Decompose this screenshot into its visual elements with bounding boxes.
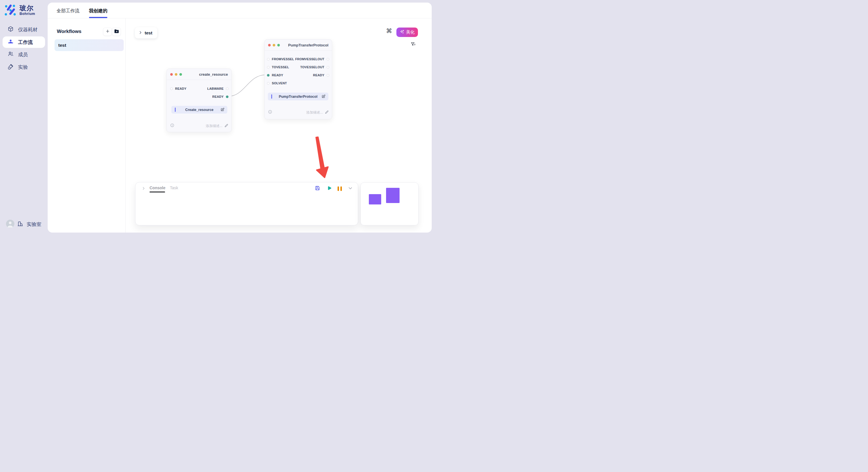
console-tab-underline [150,192,165,193]
sidebar-item-label: 成员 [18,51,28,58]
port-label: FROMVESSEL [272,57,294,61]
sidebar-item-members[interactable]: 成员 [3,49,45,60]
description-placeholder[interactable]: 添加描述... [206,124,222,129]
edge-ready-connection [228,75,266,96]
workflow-list-item-test[interactable]: test [55,39,124,51]
port-in-tovessel[interactable]: TOVESSEL [267,65,289,69]
port-circle[interactable] [267,66,270,69]
building-icon [17,221,23,228]
play-icon[interactable] [326,185,332,192]
beautify-button[interactable]: 美化 [396,28,418,37]
sidebar-item-label: 仪器耗材 [18,26,38,33]
node-title: PumpTransferProtocol [288,43,329,47]
port-circle[interactable] [267,58,270,61]
port-label: READY [272,73,283,77]
node-create-resource[interactable]: create_resource READY LABWARE READY Crea… [166,69,231,132]
port-circle-connected[interactable] [226,96,228,98]
port-out-tovesselout[interactable]: TOVESSELOUT [300,65,329,69]
bohrium-logo-icon [4,4,17,18]
port-circle-connected[interactable] [267,74,270,76]
edit-icon[interactable] [220,107,224,113]
node-footer: 添加描述... [268,110,329,115]
port-circle[interactable] [327,74,329,76]
workflow-canvas[interactable]: test ⌘ 美化 [125,18,432,233]
edit-icon[interactable] [321,94,326,100]
port-out-ready[interactable]: READY [212,95,228,98]
tab-task[interactable]: Task [170,186,178,190]
red-annotation-arrow [316,137,328,177]
workspace-label[interactable]: 实验室 [27,221,41,228]
workflow-name: test [58,43,66,48]
command-icon[interactable]: ⌘ [386,28,392,34]
dot-red-icon [170,73,173,76]
dot-yellow-icon [175,73,177,76]
node-action-button[interactable]: Create_resource [172,106,227,113]
plus-icon [105,29,110,35]
port-in-fromvessel[interactable]: FROMVESSEL [267,57,294,61]
node-pump-transfer-protocol[interactable]: PumpTransferProtocol FROMVESSEL TOVESSEL… [265,39,332,119]
workflow-tabbar: 全部工作流 我创建的 [48,3,432,19]
tab-all-workflows[interactable]: 全部工作流 [57,8,80,14]
avatar[interactable] [6,220,14,229]
minimap-node-create-resource [369,194,381,204]
main-content: 全部工作流 我创建的 Workflows [48,3,432,233]
beautify-label: 美化 [406,30,415,35]
action-label: Create_resource [185,108,214,112]
node-action-button[interactable]: PumpTransferProtocol [268,93,329,100]
port-out-fromvesselout[interactable]: FROMVESSELOUT [295,57,329,61]
chevron-down-icon[interactable] [348,186,353,192]
sidebar-item-instruments[interactable]: 仪器耗材 [3,24,45,35]
node-footer: 添加描述... [170,124,228,128]
brand-logo: 玻尔 Bohrium [4,4,35,18]
filter-icon[interactable] [410,42,415,48]
package-icon [7,26,14,33]
dot-green-icon [179,73,182,76]
port-circle[interactable] [327,66,329,69]
breadcrumb-label: test [145,30,152,35]
tab-console[interactable]: Console [150,186,165,190]
port-label: READY [212,95,224,98]
port-in-ready[interactable]: READY [170,87,187,90]
chevron-right-icon [138,30,143,36]
folder-download-icon [114,28,119,35]
console-panel: Console Task [135,182,358,225]
tab-my-created[interactable]: 我创建的 [89,8,107,14]
save-icon[interactable] [315,185,320,192]
info-icon[interactable] [268,110,272,115]
pencil-icon[interactable] [224,123,228,129]
minimap-node-pump-transfer [386,188,400,203]
description-placeholder[interactable]: 添加描述... [306,110,323,115]
breadcrumb[interactable]: test [135,27,157,38]
port-label: TOVESSEL [272,65,289,69]
dot-green-icon [277,44,280,46]
port-circle[interactable] [327,58,329,61]
minimap[interactable] [361,182,418,225]
chevron-right-icon[interactable] [141,186,146,192]
port-out-labware[interactable]: LABWARE [207,87,228,90]
dot-yellow-icon [273,44,275,46]
sidebar-item-label: 工作流 [18,39,33,45]
port-circle[interactable] [170,88,173,90]
add-workflow-button[interactable] [103,28,112,36]
workflows-panel: Workflows [48,18,126,233]
action-accent-bar [175,107,176,112]
port-in-solvent[interactable]: SOLVENT [267,81,287,85]
sparkles-icon [400,30,404,35]
pencil-icon[interactable] [325,110,329,115]
node-title: create_resource [199,72,228,76]
panel-title: Workflows [57,29,82,34]
sidebar-item-workflow[interactable]: 工作流 [3,36,45,48]
port-in-ready[interactable]: READY [267,73,283,77]
sidebar-item-experiments[interactable]: 实验 [3,61,45,73]
console-actions [315,185,353,192]
port-out-ready[interactable]: READY [313,73,329,77]
sidebar-footer: 实验室 [6,220,41,229]
sidebar: 玻尔 Bohrium 仪器耗材 工作流 [0,0,48,236]
info-icon[interactable] [170,123,174,129]
experiment-icon [7,63,14,71]
port-circle[interactable] [267,82,270,85]
action-accent-bar [271,94,272,99]
pause-icon[interactable] [338,187,342,191]
import-folder-button[interactable] [112,28,121,36]
port-circle[interactable] [226,88,228,90]
